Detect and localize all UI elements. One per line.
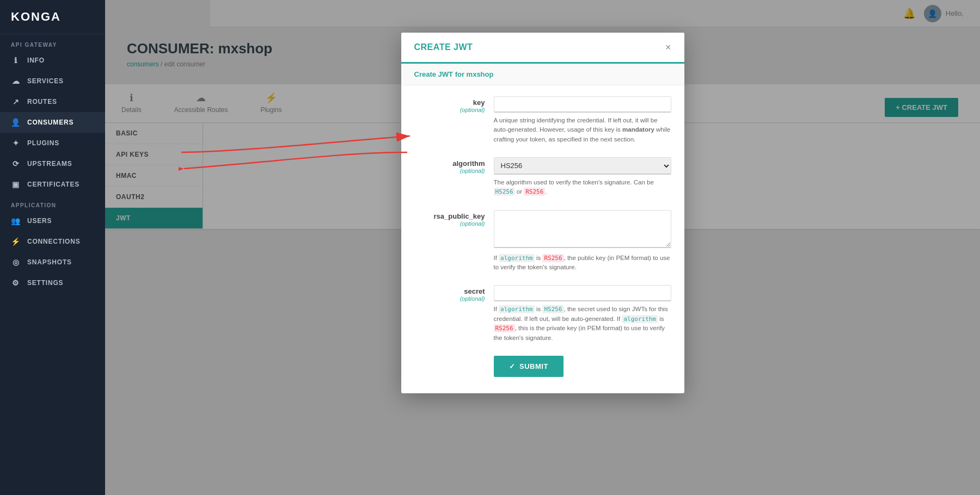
rsa-public-key-input[interactable] [494, 210, 671, 248]
sidebar-item-certificates[interactable]: ▣ CERTIFICATES [0, 174, 105, 195]
settings-icon: ⚙ [11, 279, 21, 287]
secret-field-row: secret (optional) If algorithm is HS256,… [414, 285, 671, 343]
sidebar-item-settings[interactable]: ⚙ SETTINGS [0, 273, 105, 293]
key-field-row: key (optional) A unique string identifyi… [414, 96, 671, 144]
modal-subtitle: Create JWT for mxshop [401, 64, 684, 85]
algorithm-label: algorithm [414, 159, 485, 168]
services-icon: ☁ [11, 77, 21, 85]
algorithm-field-row: algorithm (optional) HS256 RS256 The alg… [414, 157, 671, 197]
sidebar-item-label: PLUGINS [27, 139, 59, 147]
app-logo: KONGA [0, 0, 105, 34]
sidebar-item-label: SNAPSHOTS [27, 258, 72, 266]
info-icon: ℹ [11, 56, 21, 65]
sidebar-item-users[interactable]: 👥 USERS [0, 211, 105, 231]
secret-optional: (optional) [414, 295, 485, 302]
sidebar-item-snapshots[interactable]: ◎ SNAPSHOTS [0, 252, 105, 273]
modal-overlay: CREATE JWT × Create JWT for mxshop key (… [105, 0, 980, 495]
sidebar-item-info[interactable]: ℹ INFO [0, 50, 105, 71]
sidebar-item-routes[interactable]: ↗ ROUTES [0, 91, 105, 112]
algorithm-select[interactable]: HS256 RS256 [494, 157, 671, 175]
secret-label: secret [414, 287, 485, 295]
secret-input[interactable] [494, 285, 671, 301]
submit-icon: ✓ [509, 362, 516, 370]
sidebar-item-consumers[interactable]: 👤 CONSUMERS [0, 112, 105, 133]
modal-title: CREATE JWT [414, 42, 473, 52]
rsa-public-key-field-row: rsa_public_key (optional) If algorithm i… [414, 210, 671, 273]
rsa-public-key-label: rsa_public_key [414, 212, 485, 220]
sidebar-item-label: ROUTES [27, 98, 57, 106]
application-section-label: APPLICATION [0, 195, 105, 211]
sidebar-item-label: CONSUMERS [27, 119, 74, 126]
submit-button[interactable]: ✓ SUBMIT [494, 356, 564, 377]
sidebar-item-label: UPSTREAMS [27, 160, 72, 168]
users-icon: 👥 [11, 216, 21, 225]
upstreams-icon: ⟳ [11, 159, 21, 168]
sidebar-item-label: INFO [27, 57, 45, 64]
sidebar-item-label: CONNECTIONS [27, 238, 80, 245]
sidebar-item-label: CERTIFICATES [27, 181, 79, 188]
sidebar: KONGA API GATEWAY ℹ INFO ☁ SERVICES ↗ RO… [0, 0, 105, 495]
key-help: A unique string identifying the credenti… [494, 116, 671, 144]
sidebar-item-label: SETTINGS [27, 279, 63, 287]
sidebar-item-label: USERS [27, 217, 52, 225]
submit-label: SUBMIT [519, 362, 548, 370]
sidebar-item-services[interactable]: ☁ SERVICES [0, 71, 105, 91]
key-label: key [414, 98, 485, 107]
modal-header: CREATE JWT × [401, 33, 684, 64]
create-jwt-modal: CREATE JWT × Create JWT for mxshop key (… [401, 33, 684, 393]
modal-body: key (optional) A unique string identifyi… [401, 85, 684, 393]
sidebar-item-upstreams[interactable]: ⟳ UPSTREAMS [0, 153, 105, 174]
sidebar-item-label: SERVICES [27, 77, 64, 85]
modal-subtitle-consumer: mxshop [467, 70, 494, 78]
modal-subtitle-prefix: Create JWT for [414, 70, 464, 78]
key-input[interactable] [494, 96, 671, 113]
consumers-icon: 👤 [11, 118, 21, 127]
main-content: 🔔 👤 Hello, CONSUMER: mxshop consumers / … [105, 0, 980, 495]
plugins-icon: ✦ [11, 139, 21, 147]
algorithm-help: The algorithm used to verify the token's… [494, 178, 671, 197]
rsa-public-key-help: If algorithm is RS256, the public key (i… [494, 253, 671, 273]
sidebar-item-plugins[interactable]: ✦ PLUGINS [0, 133, 105, 153]
connections-icon: ⚡ [11, 237, 21, 246]
api-gateway-section-label: API GATEWAY [0, 34, 105, 50]
sidebar-item-connections[interactable]: ⚡ CONNECTIONS [0, 231, 105, 252]
certificates-icon: ▣ [11, 180, 21, 189]
modal-close-button[interactable]: × [665, 42, 671, 52]
secret-help: If algorithm is HS256, the secret used t… [494, 305, 671, 343]
rsa-public-key-optional: (optional) [414, 220, 485, 227]
algorithm-optional: (optional) [414, 168, 485, 174]
routes-icon: ↗ [11, 97, 21, 106]
snapshots-icon: ◎ [11, 258, 21, 267]
key-optional: (optional) [414, 107, 485, 113]
